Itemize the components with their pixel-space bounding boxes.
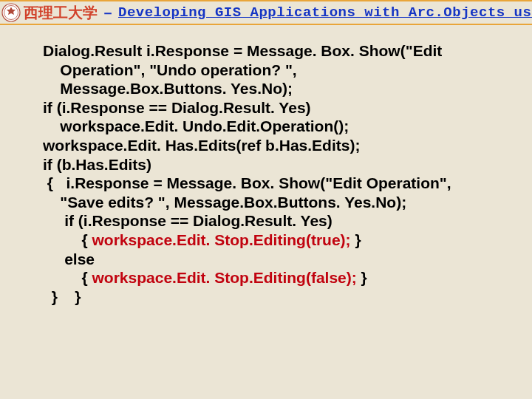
code-line: { i.Response = Message. Box. Show("Edit … xyxy=(43,174,517,193)
code-line: workspace.Edit. Has.Edits(ref b.Has.Edit… xyxy=(43,136,517,155)
code-block: Dialog.Result i.Response = Message. Box.… xyxy=(0,25,532,307)
header-separator: － xyxy=(100,3,115,23)
code-line: Dialog.Result i.Response = Message. Box.… xyxy=(43,41,517,61)
course-title: Developing GIS Applications with Arc.Obj… xyxy=(118,4,532,21)
code-line: if (i.Response == Dialog.Result. Yes) xyxy=(43,211,517,231)
university-name: 西理工大学 xyxy=(24,3,98,23)
highlighted-code: workspace.Edit. Stop.Editing(true); xyxy=(92,231,351,248)
code-line: { workspace.Edit. Stop.Editing(true); } xyxy=(43,231,517,250)
code-line: if (i.Response == Dialog.Result. Yes) xyxy=(43,98,517,117)
code-line: else xyxy=(43,250,517,269)
code-line: Message.Box.Buttons. Yes.No); xyxy=(43,79,517,98)
slide-header: 西理工大学 － Developing GIS Applications with… xyxy=(0,0,532,25)
code-line: "Save edits? ", Message.Box.Buttons. Yes… xyxy=(43,193,517,212)
code-line: if (b.Has.Edits) xyxy=(43,155,517,174)
highlighted-code: workspace.Edit. Stop.Editing(false); xyxy=(92,269,357,286)
code-line: { workspace.Edit. Stop.Editing(false); } xyxy=(43,268,517,287)
university-logo-icon xyxy=(1,3,21,22)
code-line: } } xyxy=(43,287,517,307)
code-line: Operation", "Undo operation? ", xyxy=(43,61,517,80)
code-line: workspace.Edit. Undo.Edit.Operation(); xyxy=(43,117,517,136)
